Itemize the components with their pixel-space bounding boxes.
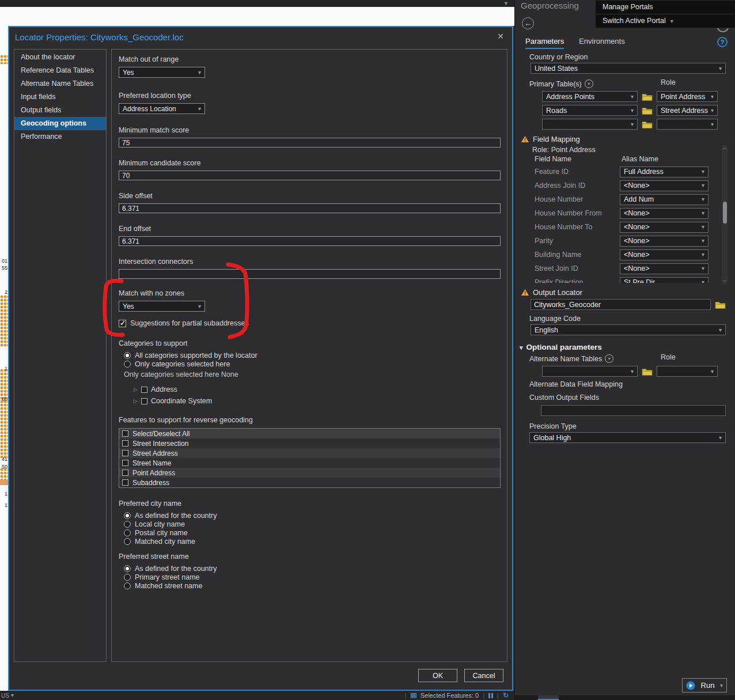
folder-icon[interactable] bbox=[715, 301, 726, 309]
street-matched-radio[interactable]: Matched street name bbox=[124, 581, 501, 590]
role-dropdown[interactable]: Point Address bbox=[657, 91, 718, 102]
chevron-down-icon[interactable] bbox=[11, 693, 14, 698]
folder-icon[interactable] bbox=[642, 107, 653, 115]
sidebar-item-output-fields[interactable]: Output fields bbox=[14, 104, 106, 117]
alias-dropdown[interactable]: <None> bbox=[620, 180, 709, 191]
radio-icon[interactable] bbox=[124, 529, 131, 536]
checkbox-icon[interactable] bbox=[141, 387, 147, 393]
radio-icon[interactable] bbox=[124, 521, 131, 528]
city-country-radio[interactable]: As defined for the country bbox=[124, 511, 501, 520]
tab-environments[interactable]: Environments bbox=[579, 37, 624, 49]
filter-icon[interactable]: ▼ bbox=[503, 1, 509, 6]
role-dropdown[interactable] bbox=[657, 366, 718, 377]
table-dropdown[interactable] bbox=[542, 119, 638, 130]
radio-icon[interactable] bbox=[124, 361, 131, 368]
cancel-button[interactable]: Cancel bbox=[464, 669, 503, 682]
city-postal-radio[interactable]: Postal city name bbox=[124, 528, 501, 537]
list-item[interactable]: Point Address bbox=[119, 468, 500, 478]
checkbox-icon[interactable] bbox=[122, 479, 128, 486]
chevron-down-icon[interactable] bbox=[720, 683, 723, 688]
table-dropdown[interactable]: Address Points bbox=[542, 91, 638, 102]
match-out-of-range-dropdown[interactable]: Yes bbox=[119, 67, 205, 78]
map-canvas-sliver[interactable]: 01 55 2 1 60 41 50 1 1 bbox=[0, 7, 8, 691]
sidebar-item-performance[interactable]: Performance bbox=[14, 130, 106, 143]
suggestions-partial-subaddresses-row[interactable]: Suggestions for partial subaddresses bbox=[119, 319, 501, 328]
radio-icon[interactable] bbox=[124, 538, 131, 545]
city-matched-radio[interactable]: Matched city name bbox=[124, 537, 501, 546]
back-arrow-icon[interactable]: ← bbox=[522, 17, 534, 29]
minimum-candidate-score-input[interactable] bbox=[119, 171, 501, 180]
table-dropdown[interactable]: Roads bbox=[542, 105, 638, 116]
minimum-match-score-input[interactable] bbox=[119, 138, 501, 147]
street-country-radio[interactable]: As defined for the country bbox=[124, 564, 501, 573]
alias-dropdown[interactable]: St Pre Dir bbox=[620, 277, 709, 283]
table-dropdown[interactable] bbox=[542, 366, 638, 377]
all-categories-radio[interactable]: All categories supported by the locator bbox=[124, 351, 501, 360]
checkbox-checked-icon[interactable] bbox=[119, 320, 126, 327]
list-item[interactable]: Street Address bbox=[119, 448, 500, 458]
folder-icon[interactable] bbox=[642, 120, 653, 128]
alias-dropdown[interactable]: Full Address bbox=[620, 167, 709, 177]
collapse-circle-icon[interactable] bbox=[605, 354, 613, 363]
alias-dropdown[interactable]: <None> bbox=[620, 249, 709, 260]
scrollbar-thumb[interactable] bbox=[723, 202, 727, 224]
checkbox-icon[interactable] bbox=[141, 398, 147, 404]
end-offset-input[interactable] bbox=[119, 236, 501, 246]
sidebar-item-input-fields[interactable]: Input fields bbox=[14, 90, 106, 104]
checkbox-icon[interactable] bbox=[122, 470, 128, 476]
menu-item-manage-portals[interactable]: Manage Portals bbox=[596, 1, 735, 14]
checkbox-icon[interactable] bbox=[122, 460, 128, 466]
expand-triangle-icon[interactable] bbox=[134, 387, 138, 392]
role-dropdown[interactable] bbox=[657, 119, 718, 130]
country-dropdown[interactable]: United States bbox=[531, 63, 726, 74]
ok-button[interactable]: OK bbox=[418, 669, 457, 682]
coordinate-system-tree-item[interactable]: Coordinate System bbox=[134, 395, 501, 407]
sidebar-item-alternate-name-tables[interactable]: Alternate Name Tables bbox=[14, 77, 106, 90]
selection-table-icon[interactable] bbox=[411, 693, 416, 698]
precision-type-dropdown[interactable]: Global High bbox=[529, 432, 726, 443]
checkbox-icon[interactable] bbox=[122, 430, 128, 437]
close-icon[interactable]: ✕ bbox=[497, 32, 504, 41]
radio-selected-icon[interactable] bbox=[124, 565, 131, 572]
street-primary-radio[interactable]: Primary street name bbox=[124, 573, 501, 581]
radio-icon[interactable] bbox=[124, 574, 131, 581]
optional-parameters-header[interactable]: Optional parameters bbox=[520, 343, 726, 351]
alias-dropdown[interactable]: Add Num bbox=[620, 194, 709, 205]
field-mapping-scrollbar[interactable]: ︿ ﹀ bbox=[722, 145, 728, 285]
refresh-icon[interactable]: ↻ bbox=[503, 691, 509, 699]
radio-selected-icon[interactable] bbox=[124, 512, 131, 519]
sidebar-item-geocoding-options[interactable]: Geocoding options bbox=[14, 117, 106, 130]
run-button[interactable]: Run bbox=[682, 678, 727, 693]
alias-dropdown[interactable]: <None> bbox=[620, 263, 709, 274]
alias-dropdown[interactable]: <None> bbox=[620, 222, 709, 233]
side-offset-input[interactable] bbox=[119, 203, 501, 213]
list-item[interactable]: Subaddress bbox=[119, 478, 500, 487]
folder-icon[interactable] bbox=[642, 368, 653, 376]
list-item[interactable]: Street Name bbox=[119, 458, 500, 468]
alias-dropdown[interactable]: <None> bbox=[620, 236, 709, 247]
alias-dropdown[interactable]: <None> bbox=[620, 208, 709, 219]
tab-parameters[interactable]: Parameters bbox=[525, 37, 564, 49]
collapse-circle-icon[interactable] bbox=[585, 80, 593, 88]
only-categories-radio[interactable]: Only categories selected here bbox=[124, 360, 501, 368]
folder-icon[interactable] bbox=[642, 93, 653, 101]
checkbox-icon[interactable] bbox=[122, 450, 128, 456]
radio-selected-icon[interactable] bbox=[124, 352, 131, 359]
match-with-no-zones-dropdown[interactable]: Yes bbox=[119, 301, 205, 312]
sidebar-item-reference-data-tables[interactable]: Reference Data Tables bbox=[14, 64, 106, 77]
list-item[interactable]: Street Intersection bbox=[119, 438, 500, 448]
list-item[interactable]: Select/Deselect All bbox=[119, 429, 500, 438]
city-local-radio[interactable]: Local city name bbox=[124, 520, 501, 528]
expand-triangle-icon[interactable] bbox=[134, 398, 138, 404]
address-tree-item[interactable]: Address bbox=[134, 384, 501, 395]
scroll-up-icon[interactable]: ︿ bbox=[722, 145, 728, 151]
intersection-connectors-input[interactable] bbox=[119, 269, 501, 279]
language-code-dropdown[interactable]: English bbox=[531, 324, 726, 335]
role-dropdown[interactable]: Street Address bbox=[657, 105, 718, 116]
pause-drawing-icon[interactable] bbox=[488, 693, 493, 698]
preferred-location-type-dropdown[interactable]: Address Location bbox=[119, 103, 205, 114]
menu-item-switch-active-portal[interactable]: Switch Active Portal bbox=[596, 14, 735, 28]
radio-icon[interactable] bbox=[124, 582, 131, 589]
output-locator-input[interactable] bbox=[531, 299, 711, 310]
scroll-down-icon[interactable]: ﹀ bbox=[722, 279, 728, 285]
